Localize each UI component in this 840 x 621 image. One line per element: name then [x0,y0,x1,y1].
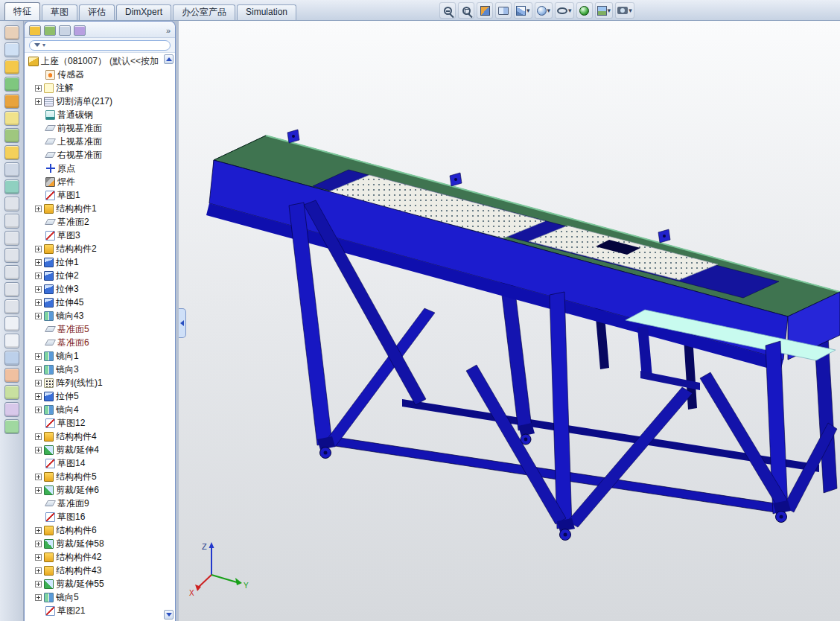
featuremanager-tab-icon[interactable] [29,25,41,36]
expand-toggle[interactable] [35,299,42,306]
tree-item[interactable]: 镜向43 [25,309,175,322]
tree-item[interactable]: 拉伸5 [25,389,175,403]
tab-simulation[interactable]: Simulation [237,4,296,20]
tree-item[interactable]: 拉伸45 [25,296,175,309]
viewport[interactable]: Z X Y [179,21,840,621]
dropdown-arrow-icon[interactable]: ▾ [568,7,572,14]
extrude-boss-button[interactable] [4,60,19,74]
dropdown-arrow-icon[interactable]: ▾ [526,7,530,14]
tree-item[interactable]: 结构构件1 [25,202,175,215]
tree-item-label[interactable]: 剪裁/延伸6 [56,484,99,497]
section-view-button[interactable] [477,2,493,19]
tab-office-products[interactable]: 办公室产品 [173,4,235,20]
model-3d[interactable]: Z X Y [179,21,840,621]
expand-toggle[interactable] [35,393,42,400]
extrude-cut-button[interactable] [4,77,19,92]
tree-item-label[interactable]: 镜向1 [56,350,79,363]
tree-item-label[interactable]: 右视基准面 [57,149,102,162]
expand-toggle[interactable] [35,206,42,212]
fillet-button[interactable] [4,111,19,126]
tree-item[interactable]: 前视基准面 [25,121,175,135]
tree-item[interactable]: 原点 [25,162,175,175]
camera-views-button[interactable]: ▾ [615,2,634,19]
shaded-with-edges-button[interactable] [4,351,19,366]
tree-item-label[interactable]: 切割清单(217) [56,95,112,108]
tree-item-label[interactable]: 镜向3 [56,363,79,376]
bottom-view-button[interactable] [4,282,19,297]
display-style-button[interactable]: ▾ [535,2,553,19]
tree-item[interactable]: 剪裁/延伸6 [25,483,175,497]
dropdown-arrow-icon[interactable]: ▾ [547,7,551,14]
right-view-button[interactable] [4,248,19,263]
expand-toggle[interactable] [35,474,42,480]
revolve-button[interactable] [4,94,19,109]
tree-item[interactable]: 焊件 [25,175,175,188]
expand-toggle[interactable] [35,433,42,440]
expand-toggle[interactable] [35,487,42,494]
tree-item-label[interactable]: 焊件 [57,176,75,188]
hidden-lines-visible-button[interactable] [4,334,19,348]
top-view-button[interactable] [4,265,19,280]
tree-item[interactable]: 剪裁/延伸58 [25,537,175,550]
tree-item[interactable]: 基准面2 [25,215,175,229]
tree-item[interactable]: 镜向5 [25,590,175,604]
dimxpertmanager-tab-icon[interactable] [74,25,86,36]
tree-root-item[interactable]: 上座（081007） (默认<<按加 [25,54,175,68]
tree-item[interactable]: 普通碳钢 [25,108,175,121]
tree-item-label[interactable]: 结构构件5 [56,471,97,483]
tree-item[interactable]: 右视基准面 [25,148,175,162]
tree-item[interactable]: 草图12 [25,416,175,430]
tree-item-label[interactable]: 前视基准面 [57,122,102,135]
tree-item-label[interactable]: 剪裁/延伸4 [56,444,99,456]
tree-item-label[interactable]: 剪裁/延伸55 [56,578,104,590]
expand-toggle[interactable] [35,313,42,319]
expand-toggle[interactable] [35,567,42,574]
propertymanager-tab-icon[interactable] [44,25,56,36]
expand-toggle[interactable] [35,353,42,360]
tree-scroll-up-button[interactable] [164,54,174,64]
tree-item-label[interactable]: 传感器 [57,69,84,81]
apply-scene-button[interactable]: ▾ [595,2,614,19]
appearance-button[interactable] [4,419,19,434]
expand-toggle[interactable] [35,581,42,587]
hide-show-items-button[interactable]: ▾ [555,2,574,19]
mirror-button[interactable] [4,145,19,160]
tree-item[interactable]: 结构构件6 [25,523,175,537]
tree-item-label[interactable]: 草图12 [57,417,85,430]
tree-item-label[interactable]: 草图16 [57,511,85,523]
tree-item-label[interactable]: 草图14 [57,457,85,470]
mass-properties-button[interactable] [4,402,19,417]
expand-toggle[interactable] [35,594,42,601]
tree-item[interactable]: 草图3 [25,229,175,242]
tree-item-label[interactable]: 草图3 [57,229,80,242]
configurationmanager-tab-icon[interactable] [59,25,71,36]
tree-item-label[interactable]: 拉伸1 [56,256,79,269]
filter-field[interactable]: ▾ [29,40,171,51]
tree-item-label[interactable]: 镜向4 [56,404,79,416]
tree-item[interactable]: 拉伸3 [25,282,175,296]
tab-evaluate[interactable]: 评估 [79,4,115,20]
section-display-button[interactable] [4,368,19,383]
tree-item-label[interactable]: 拉伸5 [56,390,79,403]
tree-item[interactable]: 上视基准面 [25,135,175,148]
tree-item-label[interactable]: 基准面2 [57,216,89,229]
tree-item[interactable]: 草图16 [25,510,175,523]
zoom-in-button[interactable] [439,2,456,19]
tree-item[interactable]: 拉伸1 [25,255,175,269]
tab-sketch[interactable]: 草图 [42,4,77,20]
tree-item-label[interactable]: 草图21 [57,605,85,617]
tree-item[interactable]: 镜向1 [25,349,175,363]
measure-button[interactable] [4,385,19,400]
tree-item-label[interactable]: 结构构件43 [56,564,101,577]
expand-toggle[interactable] [35,98,42,105]
tab-features[interactable]: 特征 [4,2,40,20]
view-settings-button[interactable] [495,2,512,19]
front-view-button[interactable] [4,197,19,211]
tree-item-label[interactable]: 拉伸2 [56,270,79,282]
left-view-button[interactable] [4,231,19,246]
view-orientation-button[interactable]: ▾ [514,2,532,19]
dropdown-arrow-icon[interactable]: ▾ [608,7,611,14]
tree-item[interactable]: 基准面9 [25,497,175,510]
tree-item-label[interactable]: 拉伸3 [56,283,79,296]
tree-item-label[interactable]: 拉伸45 [56,296,83,309]
